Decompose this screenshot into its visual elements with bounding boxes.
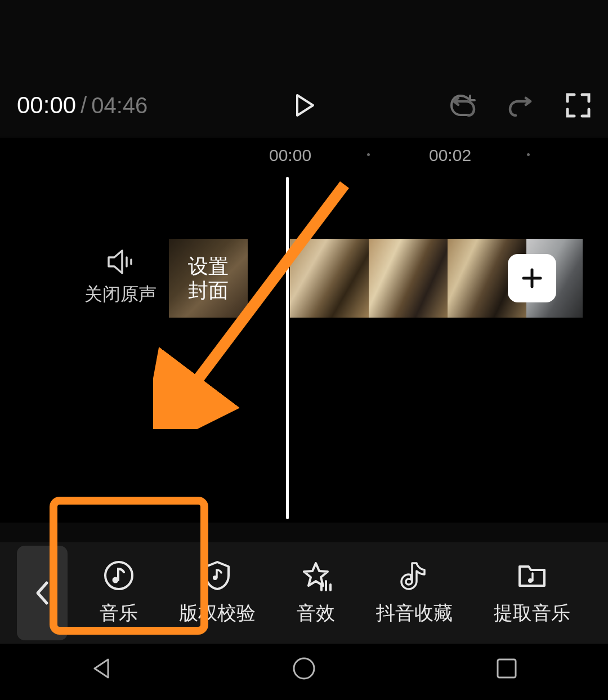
folder-music-icon [516,560,548,591]
set-cover-label: 设置 封面 [188,254,229,302]
tool-extract[interactable]: 提取音乐 [494,560,570,626]
video-track-row: 关闭原声 设置 封面 [0,239,608,318]
audio-toolbar: 音乐 版权校验 音效 抖音收藏 [0,542,608,644]
fullscreen-icon [565,92,591,118]
tool-label: 抖音收藏 [376,600,453,626]
right-controls [450,92,591,118]
ruler-dot [527,153,530,156]
playhead[interactable] [286,177,289,519]
undo-icon [450,92,476,118]
douyin-icon [399,560,430,591]
toolbar-items: 音乐 版权校验 音效 抖音收藏 [68,560,608,626]
triangle-back-icon [88,655,115,682]
tool-douyin[interactable]: 抖音收藏 [376,560,453,626]
play-icon [290,92,318,119]
svg-rect-15 [498,659,516,677]
current-time: 00:00 [17,92,76,119]
redo-icon [508,92,534,118]
tool-label: 音乐 [100,600,138,626]
svg-point-14 [294,658,314,679]
timeline-area[interactable]: 00:00 00:02 关闭原声 设置 封面 [0,137,608,523]
play-button[interactable] [290,92,318,119]
total-time: 04:46 [91,93,147,118]
redo-button[interactable] [508,92,534,118]
mute-original-button[interactable]: 关闭原声 [84,249,157,307]
music-note-icon [103,560,135,591]
tool-copyright[interactable]: 版权校验 [179,560,256,626]
ruler-mark: 00:02 [429,146,471,165]
speaker-icon [106,249,135,274]
time-display: 00:00 / 04:46 [17,92,147,119]
clip-frame [290,239,369,318]
time-separator: / [81,93,87,118]
square-recents-icon [493,655,520,682]
system-nav-bar [0,644,608,700]
set-cover-button[interactable]: 设置 封面 [169,239,248,318]
ruler-dot [367,153,370,156]
tool-sfx[interactable]: 音效 [297,560,335,626]
chevron-left-icon [33,581,51,605]
circle-home-icon [290,655,318,682]
tool-label: 音效 [297,600,335,626]
plus-icon [521,267,543,289]
tool-label: 提取音乐 [494,600,570,626]
toolbar-back-button[interactable] [17,546,68,640]
timeline-ruler: 00:00 00:02 [0,137,608,171]
add-clip-button[interactable] [508,254,556,302]
nav-recents-button[interactable] [493,655,520,684]
ruler-mark: 00:00 [269,146,311,165]
video-preview-area [0,0,608,73]
shield-check-icon [202,560,233,591]
mute-original-label: 关闭原声 [84,282,157,307]
player-controls-bar: 00:00 / 04:46 [0,73,608,137]
undo-button[interactable] [450,92,476,118]
clip-frame [369,239,448,318]
tool-label: 版权校验 [179,600,256,626]
fullscreen-button[interactable] [565,92,591,118]
tool-music[interactable]: 音乐 [100,560,138,626]
nav-back-button[interactable] [88,655,115,684]
nav-home-button[interactable] [290,655,318,684]
star-sfx-icon [300,560,332,591]
